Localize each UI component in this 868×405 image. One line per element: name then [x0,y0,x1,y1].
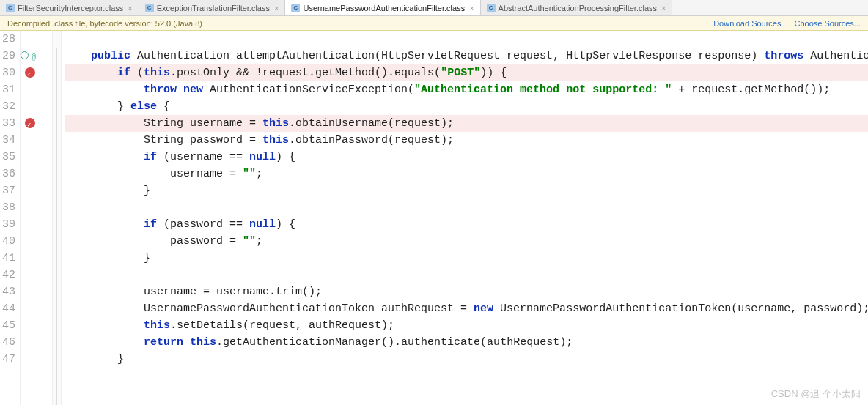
download-sources-link[interactable]: Download Sources [713,19,781,28]
choose-sources-link[interactable]: Choose Sources... [795,19,861,28]
infobar-text: Decompiled .class file, bytecode version… [7,19,202,28]
code-line[interactable]: } [65,250,868,267]
tab-usernamepasswordauthenticationfilter-class[interactable]: CUsernamePasswordAuthenticationFilter.cl… [285,0,480,15]
line-number-gutter: 2829303132333435363738394041424344454647 [0,31,21,405]
decompile-infobar: Decompiled .class file, bytecode version… [0,16,868,31]
close-icon[interactable]: × [274,4,279,12]
breakpoint-icon[interactable] [25,118,35,128]
code-line[interactable]: public Authentication attemptAuthenticat… [65,48,868,64]
code-line[interactable]: String password = this.obtainPassword(re… [65,132,868,149]
class-file-icon: C [487,4,496,12]
code-line[interactable] [65,199,868,216]
breakpoint-icon[interactable] [25,67,35,78]
tab-abstractauthenticationprocessingfilter-class[interactable]: CAbstractAuthenticationProcessingFilter.… [481,0,673,15]
infobar-links: Download Sources Choose Sources... [713,19,861,28]
fold-gutter[interactable] [53,31,62,405]
tab-label: ExceptionTranslationFilter.class [157,4,270,12]
code-line[interactable] [65,267,868,283]
close-icon[interactable]: × [128,4,132,12]
code-editor[interactable]: 2829303132333435363738394041424344454647… [0,31,868,405]
code-line[interactable] [65,31,868,48]
code-line[interactable]: if (username == null) { [65,149,868,166]
code-line[interactable]: return this.getAuthenticationManager().a… [65,334,868,351]
tab-filtersecurityinterceptor-class[interactable]: CFilterSecurityInterceptor.class× [0,0,139,15]
tab-label: UsernamePasswordAuthenticationFilter.cla… [303,4,465,12]
tab-label: AbstractAuthenticationProcessingFilter.c… [499,4,657,12]
watermark: CSDN @追 个小太阳 [771,387,861,401]
code-area[interactable]: public Authentication attemptAuthenticat… [62,31,868,405]
code-line[interactable]: username = ""; [65,166,868,182]
code-line[interactable]: throw new AuthenticationServiceException… [65,81,868,98]
close-icon[interactable]: × [661,4,666,12]
class-file-icon: C [291,4,300,12]
code-line[interactable]: String username = this.obtainUsername(re… [65,115,868,132]
tab-exceptiontranslationfilter-class[interactable]: CExceptionTranslationFilter.class× [139,0,286,15]
code-line[interactable]: } else { [65,98,868,115]
code-line[interactable]: UsernamePasswordAuthenticationToken auth… [65,300,868,317]
class-file-icon: C [145,4,154,12]
code-line[interactable]: this.setDetails(request, authRequest); [65,317,868,334]
code-line[interactable]: if (password == null) { [65,216,868,233]
class-file-icon: C [6,4,15,12]
close-icon[interactable]: × [469,4,474,12]
code-line[interactable]: if (this.postOnly && !request.getMethod(… [65,64,868,81]
breakpoint-gutter[interactable]: ↑@ [21,31,53,405]
tab-label: FilterSecurityInterceptor.class [18,4,123,12]
code-line[interactable]: username = username.trim(); [65,283,868,300]
editor-tabs: CFilterSecurityInterceptor.class×CExcept… [0,0,868,16]
code-line[interactable]: } [65,182,868,199]
code-line[interactable]: password = ""; [65,233,868,250]
code-line[interactable]: } [65,351,868,368]
